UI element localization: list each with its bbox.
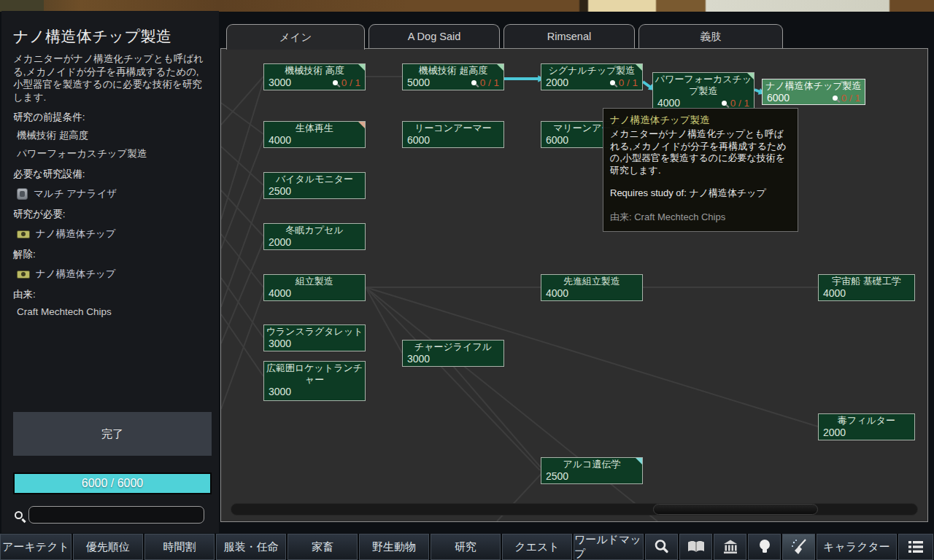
tech-node-signal-chip[interactable]: シグナルチップ製造20000 / 1: [541, 63, 643, 90]
magnifier-icon: [653, 538, 671, 556]
mechtech-chip-icon: [17, 230, 30, 238]
unlocks-list: ナノ構造体チップ: [13, 268, 209, 281]
tooltip-source: 由来: Craft Mechtech Chips: [610, 211, 791, 224]
bank-icon: [722, 538, 739, 556]
toolbar-schedule-tab[interactable]: 時間割: [144, 534, 215, 560]
tech-level-corner-icon: [358, 122, 365, 128]
broom-icon: [790, 537, 808, 556]
tech-node-cost: 3000: [269, 338, 291, 349]
tech-level-corner-icon: [358, 64, 365, 71]
lightbulb-icon: [757, 538, 773, 556]
tech-node-vital-monitor[interactable]: バイタルモニター2500: [263, 172, 366, 199]
tech-node-cost: 5000: [407, 77, 430, 88]
tech-node-title: アルコ遺伝学: [541, 458, 642, 470]
tooltip-description: メカニターがナノ構造化チップとも呼ばれる,メカノイドが分子を再構成するための,小…: [610, 128, 791, 176]
toolbar-factions-button[interactable]: [714, 534, 746, 560]
tech-node-wide-rocket-launcher[interactable]: 広範囲ロケットランチャー3000: [263, 361, 366, 401]
facilities-list: マルチ アナライザ: [13, 187, 209, 201]
sidebar-icon-item: マルチ アナライザ: [17, 187, 209, 201]
prerequisites-list: 機械技術 超高度パワーフォーカスチップ製造: [13, 129, 209, 160]
main-toolbar: アーキテクト優先順位時間割服装・任命家畜野生動物研究クエストワールドマップキャラ…: [0, 534, 934, 560]
tech-node-cost: 6000: [546, 134, 568, 146]
tech-node-cost: 6000: [767, 92, 790, 104]
tech-node-body: 6000: [403, 134, 503, 147]
tech-level-corner-icon: [636, 458, 642, 464]
tech-node-fabrication[interactable]: 組立製造4000: [263, 274, 366, 301]
toolbar-ideas-button[interactable]: [748, 534, 781, 560]
study-dot-icon: [610, 80, 615, 85]
tech-node-title: 生体再生: [264, 122, 365, 134]
tech-node-cost: 2000: [823, 427, 846, 438]
source-value: Craft Mechtech Chips: [17, 306, 209, 317]
tech-node-body: 2500: [541, 470, 642, 483]
toolbar-research-tab[interactable]: 研究: [431, 534, 501, 560]
tech-node-title: ウランスラグタレット: [264, 325, 365, 338]
tab-A Dog Said[interactable]: A Dog Said: [368, 24, 500, 48]
research-tooltip: ナノ構造体チップ製造 メカニターがナノ構造化チップとも呼ばれる,メカノイドが分子…: [603, 108, 798, 232]
search-input[interactable]: [28, 506, 204, 524]
study-required-label: 研究が必要:: [13, 208, 209, 221]
study-progress-text: 0 / 1: [480, 77, 499, 88]
tech-node-advanced-fabrication[interactable]: 先進組立製造4000: [541, 274, 643, 301]
tech-node-ship-basics[interactable]: 宇宙船 基礎工学4000: [818, 274, 915, 301]
tech-node-nano-chip[interactable]: ナノ構造体チップ製造60000 / 1: [762, 79, 865, 105]
study-progress-text: 0 / 1: [841, 93, 860, 104]
tab-Rimsenal[interactable]: Rimsenal: [503, 24, 635, 48]
tech-node-mech-ultra[interactable]: 機械技術 超高度50000 / 1: [402, 63, 504, 90]
tech-node-study-progress: 0 / 1: [722, 98, 749, 109]
tech-node-cost: 4000: [546, 287, 568, 299]
tech-node-cost: 2500: [269, 185, 291, 197]
toolbar-character-tab[interactable]: キャラクター: [817, 534, 897, 560]
tech-node-charge-rifle[interactable]: チャージライフル3000: [402, 340, 504, 367]
toolbar-wildlife-tab[interactable]: 野生動物: [359, 534, 429, 560]
tech-node-title: 広範囲ロケットランチャー: [264, 362, 365, 386]
toolbar-menu-button[interactable]: [898, 534, 933, 560]
study-progress-text: 0 / 1: [730, 98, 749, 109]
tech-node-mech-high[interactable]: 機械技術 高度30000 / 1: [263, 63, 366, 90]
tech-node-bioregeneration[interactable]: 生体再生4000: [263, 121, 366, 148]
tech-node-cost: 4000: [657, 97, 680, 109]
multi-analyzer-icon: [17, 188, 28, 200]
toolbar-history-button[interactable]: [679, 534, 712, 560]
toolbar-search-button[interactable]: [645, 534, 678, 560]
toolbar-quests-tab[interactable]: クエスト: [502, 534, 572, 560]
tech-node-title: 毒フィルター: [819, 414, 914, 427]
sidebar-list-item: パワーフォーカスチップ製造: [17, 147, 209, 160]
tech-node-body: 20000 / 1: [541, 77, 642, 90]
tech-node-archo-genetics[interactable]: アルコ遺伝学2500: [541, 457, 643, 484]
horizontal-scrollbar-thumb[interactable]: [653, 504, 818, 515]
toolbar-architect-tab[interactable]: アーキテクト: [0, 534, 72, 560]
toolbar-world-map-tab[interactable]: ワールドマップ: [574, 534, 644, 560]
tech-node-title: バイタルモニター: [264, 173, 365, 185]
tech-node-body: 4000: [264, 134, 365, 147]
done-button[interactable]: 完了: [13, 412, 212, 456]
toolbar-cleaning-button[interactable]: [782, 534, 815, 560]
toolbar-assign-tab[interactable]: 服装・任命: [216, 534, 286, 560]
unlocks-label: 解除:: [13, 248, 209, 261]
research-tree-panel: 機械技術 高度30000 / 1機械技術 超高度50000 / 1シグナルチップ…: [220, 48, 928, 522]
research-description: メカニターがナノ構造化チップとも呼ばれる,メカノイドが分子を再構成するための,小…: [13, 52, 209, 104]
research-title: ナノ構造体チップ製造: [13, 26, 209, 47]
horizontal-scrollbar[interactable]: [231, 503, 918, 516]
tech-level-corner-icon: [497, 64, 503, 71]
tech-node-title: 宇宙船 基礎工学: [819, 275, 914, 287]
tech-node-body: 30000 / 1: [264, 77, 365, 90]
tech-node-recon-armor[interactable]: リーコンアーマー6000: [402, 121, 504, 148]
game-world-strip: [0, 0, 934, 12]
tab-義肢[interactable]: 義肢: [638, 24, 783, 48]
toolbar-animals-tab[interactable]: 家畜: [287, 534, 358, 560]
sidebar-icon-item: ナノ構造体チップ: [17, 268, 209, 281]
tech-node-body: 4000: [819, 287, 914, 300]
tech-node-cost: 3000: [269, 77, 291, 88]
tech-node-toxin-filter[interactable]: 毒フィルター2000: [818, 413, 915, 440]
tech-node-powerfocus-chip[interactable]: パワーフォーカスチップ製造40000 / 1: [652, 72, 754, 109]
study-progress-text: 0 / 1: [619, 77, 638, 88]
tech-node-cost: 4000: [269, 134, 291, 146]
research-tab-bar: メインA Dog SaidRimsenal義肢: [226, 24, 783, 49]
toolbar-priorities-tab[interactable]: 優先順位: [73, 534, 143, 560]
tech-node-cryptosleep-capsule[interactable]: 冬眠カプセル2000: [263, 223, 366, 250]
tech-node-title: リーコンアーマー: [403, 122, 503, 134]
sidebar-item-label: マルチ アナライザ: [34, 187, 117, 201]
tech-node-uranium-slug-turret[interactable]: ウランスラグタレット3000: [263, 324, 366, 351]
tab-メイン[interactable]: メイン: [226, 24, 365, 50]
